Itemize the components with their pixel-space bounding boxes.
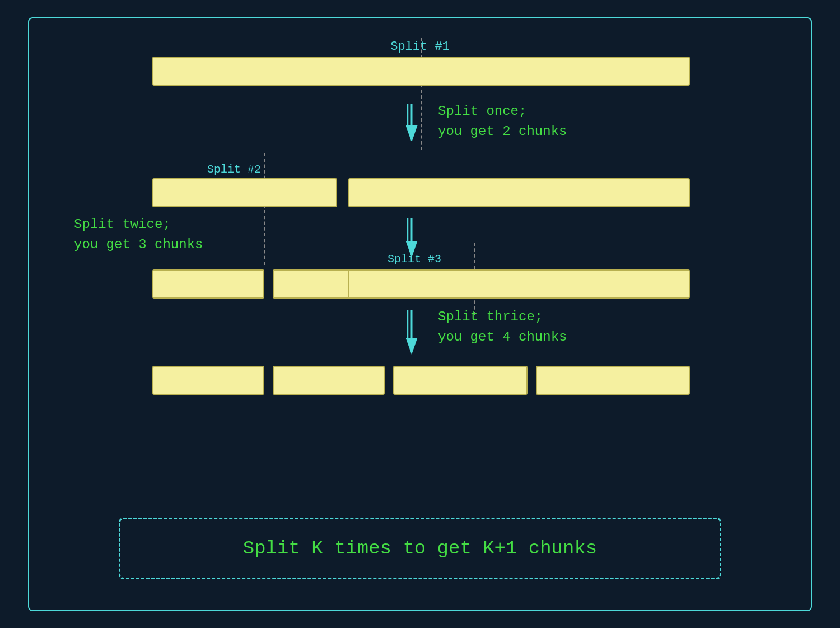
- label-twice: Split twice; you get 3 chunks: [74, 215, 203, 255]
- arrow1-icon: [398, 101, 426, 141]
- bar1: [152, 57, 690, 86]
- split2-dashed-line: [264, 153, 265, 265]
- bar3a: [152, 269, 264, 299]
- summary-text: Split K times to get K+1 chunks: [243, 538, 598, 559]
- split1-label: Split #1: [390, 40, 450, 54]
- label-thrice: Split thrice; you get 4 chunks: [438, 307, 567, 347]
- main-diagram: Split #1 Split once; you get 2 chunks Sp…: [28, 17, 812, 611]
- arrow2-icon: [398, 216, 426, 258]
- bar3c: [348, 269, 690, 299]
- arrow3-icon: [398, 307, 428, 355]
- bar4a: [152, 366, 264, 395]
- bar2a: [152, 178, 337, 207]
- split2-label: Split #2: [207, 163, 261, 176]
- bar2b: [348, 178, 690, 207]
- bar4c: [393, 366, 528, 395]
- bar4b: [273, 366, 385, 395]
- bar4d: [536, 366, 690, 395]
- split3-label: Split #3: [388, 253, 441, 266]
- summary-box: Split K times to get K+1 chunks: [119, 518, 721, 579]
- label-once: Split once; you get 2 chunks: [438, 101, 567, 142]
